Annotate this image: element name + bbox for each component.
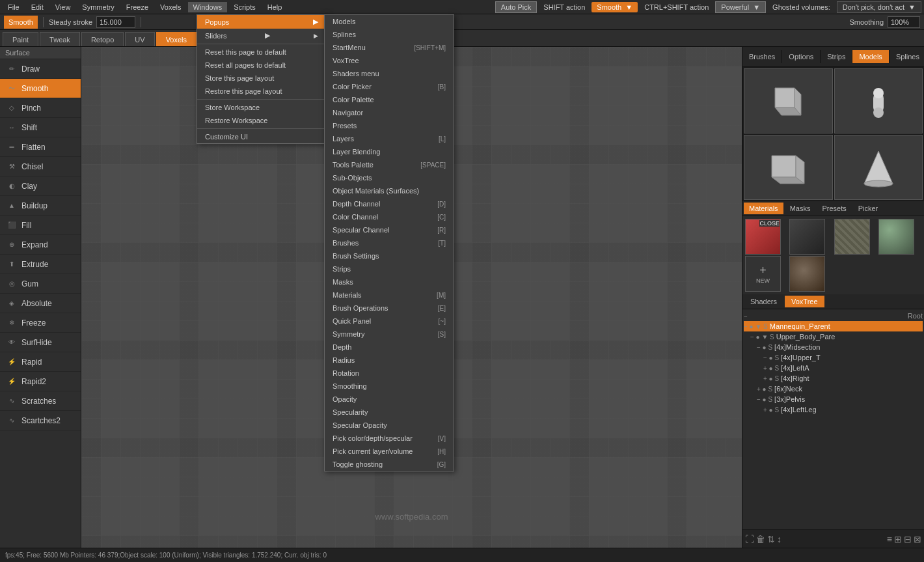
mat-dark[interactable] bbox=[789, 219, 825, 255]
brush-draw[interactable]: ✏Draw bbox=[0, 59, 81, 79]
popup-voxtree[interactable]: VoxTree bbox=[325, 54, 454, 67]
menu-sliders[interactable]: Sliders ▶ bbox=[197, 29, 326, 42]
powerful-btn[interactable]: Powerful ▼ bbox=[715, 1, 766, 13]
popup-tools-palette[interactable]: Tools Palette [SPACE] bbox=[325, 158, 454, 171]
brush-rapid2[interactable]: ⚡Rapid2 bbox=[0, 372, 81, 391]
brush-absolute[interactable]: ◈Absolute bbox=[0, 294, 81, 313]
menu-windows[interactable]: Windows bbox=[188, 2, 228, 12]
tree-pelvis[interactable]: − ● S [3x]Pelvis bbox=[744, 394, 923, 404]
vox-icon-6[interactable]: ⊞ bbox=[894, 534, 902, 544]
tree-mannequin-parent[interactable]: − ● ▼ S Mannequin_Parent bbox=[744, 321, 923, 331]
menu-popups[interactable]: Popups ▶ bbox=[197, 15, 326, 29]
mat-texture[interactable] bbox=[834, 219, 870, 255]
menu-help[interactable]: Help bbox=[262, 2, 288, 12]
menu-edit[interactable]: Edit bbox=[26, 2, 49, 12]
shift-action-btn[interactable]: SHIFT action bbox=[538, 2, 590, 12]
vox-icon-5[interactable]: ≡ bbox=[887, 534, 892, 544]
tab-uv[interactable]: UV bbox=[125, 32, 154, 46]
popup-brush-settings[interactable]: Brush Settings bbox=[325, 249, 454, 262]
ghosted-dropdown[interactable]: Don't pick, don't act ▼ bbox=[837, 1, 921, 13]
popup-toggle-ghosting[interactable]: Toggle ghosting [G] bbox=[325, 458, 454, 471]
tree-lefta[interactable]: + ● S [4x]LeftA bbox=[744, 363, 923, 373]
tab-voxels[interactable]: Voxels bbox=[156, 32, 197, 46]
popup-pick-current[interactable]: Pick current layer/volume [H] bbox=[325, 445, 454, 458]
brush-smooth[interactable]: 〜Smooth bbox=[0, 79, 81, 98]
menu-store-workspace[interactable]: Store Workspace bbox=[197, 101, 326, 114]
popup-brushes[interactable]: Brushes [T] bbox=[325, 236, 454, 249]
menu-store-page[interactable]: Store this page layout bbox=[197, 72, 326, 85]
popup-materials[interactable]: Materials [M] bbox=[325, 288, 454, 302]
popup-specular-channel[interactable]: Specular Channel [R] bbox=[325, 223, 454, 236]
vox-tab-shaders[interactable]: Shaders bbox=[744, 296, 783, 307]
brush-extrude[interactable]: ⬆Extrude bbox=[0, 255, 81, 274]
popup-object-materials[interactable]: Object Materials (Surfaces) bbox=[325, 184, 454, 197]
popup-shaders-menu[interactable]: Shaders menu bbox=[325, 67, 454, 80]
brush-gum[interactable]: ◎Gum bbox=[0, 274, 81, 294]
vox-icon-4[interactable]: ↕ bbox=[777, 534, 781, 544]
popup-specularity[interactable]: Specularity bbox=[325, 406, 454, 419]
mat-red[interactable]: CLOSE bbox=[745, 219, 781, 255]
tree-right[interactable]: + ● S [4x]Right bbox=[744, 373, 923, 384]
vox-icon-3[interactable]: ⇅ bbox=[767, 534, 775, 544]
menu-reset-all[interactable]: Reset all pages to default bbox=[197, 59, 326, 72]
right-tab-options[interactable]: Options bbox=[782, 50, 821, 63]
vox-tab-voxtree[interactable]: VoxTree bbox=[785, 296, 824, 307]
brush-scratches[interactable]: ∿Scratches bbox=[0, 391, 81, 411]
popup-specular-opacity[interactable]: Specular Opacity bbox=[325, 419, 454, 432]
popup-models[interactable]: Models bbox=[325, 15, 454, 28]
brush-surfhide[interactable]: 👁SurfHide bbox=[0, 333, 81, 352]
popup-startmenu[interactable]: StartMenu [SHIFT+M] bbox=[325, 41, 454, 54]
popup-pick-color[interactable]: Pick color/depth/specular [V] bbox=[325, 432, 454, 445]
popup-layers[interactable]: Layers [L] bbox=[325, 132, 454, 145]
vox-icon-8[interactable]: ⊠ bbox=[914, 534, 921, 544]
popup-splines[interactable]: Splines bbox=[325, 28, 454, 41]
popup-smoothing[interactable]: Smoothing bbox=[325, 380, 454, 393]
brush-rapid[interactable]: ⚡Rapid bbox=[0, 352, 81, 372]
popup-brush-operations[interactable]: Brush Operations [E] bbox=[325, 302, 454, 315]
popup-symmetry[interactable]: Symmetry [S] bbox=[325, 328, 454, 341]
brush-freeze[interactable]: ❄Freeze bbox=[0, 313, 81, 333]
popup-navigator[interactable]: Navigator bbox=[325, 106, 454, 119]
autopick-btn[interactable]: Auto Pick bbox=[495, 1, 537, 13]
tab-tweak[interactable]: Tweak bbox=[40, 32, 80, 46]
popup-depth-channel[interactable]: Depth Channel [D] bbox=[325, 197, 454, 210]
menu-scripts[interactable]: Scripts bbox=[228, 2, 261, 12]
mat-tab-materials[interactable]: Materials bbox=[744, 203, 783, 214]
brush-chisel[interactable]: ⚒Chisel bbox=[0, 157, 81, 176]
popup-color-channel[interactable]: Color Channel [C] bbox=[325, 210, 454, 223]
brush-smooth-btn[interactable]: Smooth bbox=[4, 16, 38, 29]
mat-extra[interactable] bbox=[789, 256, 825, 292]
mat-tab-masks[interactable]: Masks bbox=[785, 203, 816, 214]
popup-strips[interactable]: Strips bbox=[325, 262, 454, 275]
tree-neck[interactable]: + ● S [6x]Neck bbox=[744, 384, 923, 394]
brush-shift[interactable]: ↔Shift bbox=[0, 118, 81, 137]
tab-paint[interactable]: Paint bbox=[3, 32, 38, 46]
smoothing-input[interactable] bbox=[888, 16, 920, 28]
menu-customize-ui[interactable]: Customize UI bbox=[197, 130, 326, 143]
right-tab-brushes[interactable]: Brushes bbox=[742, 50, 782, 63]
mat-tab-picker[interactable]: Picker bbox=[853, 203, 884, 214]
brush-flatten[interactable]: ═Flatten bbox=[0, 137, 81, 157]
mat-tab-presets[interactable]: Presets bbox=[817, 203, 851, 214]
popup-depth[interactable]: Depth bbox=[325, 341, 454, 354]
menu-file[interactable]: File bbox=[3, 2, 25, 12]
menu-symmetry[interactable]: Symmetry bbox=[77, 2, 120, 12]
brush-pinch[interactable]: ◇Pinch bbox=[0, 98, 81, 118]
steady-stroke-input[interactable] bbox=[96, 16, 135, 28]
tree-midsection[interactable]: − ● S [4x]Midsection bbox=[744, 342, 923, 352]
mat-green-speckle[interactable] bbox=[878, 219, 914, 255]
brush-clay[interactable]: ◐Clay bbox=[0, 176, 81, 196]
menu-freeze[interactable]: Freeze bbox=[121, 2, 154, 12]
tree-upper-body[interactable]: − ● ▼ S Upper_Body_Pare bbox=[744, 331, 923, 342]
right-tab-splines[interactable]: Splines bbox=[890, 50, 924, 63]
brush-scartches2[interactable]: ∿Scartches2 bbox=[0, 411, 81, 430]
popup-layer-blending[interactable]: Layer Blending bbox=[325, 145, 454, 158]
tree-upper-t[interactable]: − ● S [4x]Upper_T bbox=[744, 352, 923, 363]
menu-restore-page[interactable]: Restore this page layout bbox=[197, 85, 326, 98]
vox-icon-1[interactable]: ⛶ bbox=[745, 534, 754, 544]
brush-fill[interactable]: ⬛Fill bbox=[0, 216, 81, 235]
vox-icon-7[interactable]: ⊟ bbox=[904, 534, 912, 544]
popup-sub-objects[interactable]: Sub-Objects bbox=[325, 171, 454, 184]
right-tab-strips[interactable]: Strips bbox=[821, 50, 852, 63]
popup-opacity[interactable]: Opacity bbox=[325, 393, 454, 406]
